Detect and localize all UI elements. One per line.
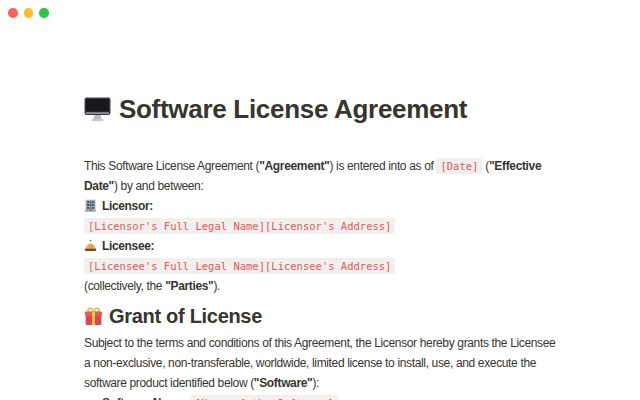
grant-of-license-heading[interactable]: Grant of License xyxy=(84,303,562,329)
licensee-label-text: Licensee: xyxy=(102,239,154,253)
grant-paragraph[interactable]: Subject to the terms and conditions of t… xyxy=(84,333,562,393)
grant-heading-text: Grant of License xyxy=(109,303,262,329)
bellhop-bell-icon xyxy=(84,239,97,252)
page-title-text: Software License Agreement xyxy=(119,94,467,124)
page-title[interactable]: Software License Agreement xyxy=(84,94,562,124)
licensor-code-line[interactable]: [Licensor's Full Legal Name][Licensor's … xyxy=(84,216,562,236)
parties-paragraph[interactable]: (collectively, the "Parties"). xyxy=(84,276,562,296)
inline-code-token: [Name of the Software] xyxy=(191,395,338,400)
licensee-label[interactable]: Licensee: xyxy=(84,236,562,256)
intro-paragraph[interactable]: This Software License Agreement ("Agreem… xyxy=(84,156,562,196)
desktop-computer-icon xyxy=(84,97,111,122)
software-name-text: Software Name: [Name of the Software] xyxy=(102,393,562,400)
licensor-label[interactable]: Licensor: xyxy=(84,196,562,216)
licensee-placeholder-code: [Licensee's Full Legal Name][Licensee's … xyxy=(84,258,395,274)
notion-document-window: Software License Agreement This Software… xyxy=(0,0,640,400)
bullet-marker: • xyxy=(84,393,102,400)
licensee-code-line[interactable]: [Licensee's Full Legal Name][Licensee's … xyxy=(84,256,562,276)
minimize-button[interactable] xyxy=(24,8,34,18)
licensor-label-text: Licensor: xyxy=(102,199,153,213)
window-controls xyxy=(8,8,52,18)
licensor-placeholder-code: [Licensor's Full Legal Name][Licensor's … xyxy=(84,218,395,234)
document-body: Software License Agreement This Software… xyxy=(84,94,562,400)
zoom-button[interactable] xyxy=(39,8,49,18)
software-name-bullet[interactable]: • Software Name: [Name of the Software] xyxy=(84,393,562,400)
inline-code-token: [Date] xyxy=(436,158,482,174)
gift-icon xyxy=(84,307,103,326)
close-button[interactable] xyxy=(8,8,18,18)
office-building-icon xyxy=(84,199,97,212)
